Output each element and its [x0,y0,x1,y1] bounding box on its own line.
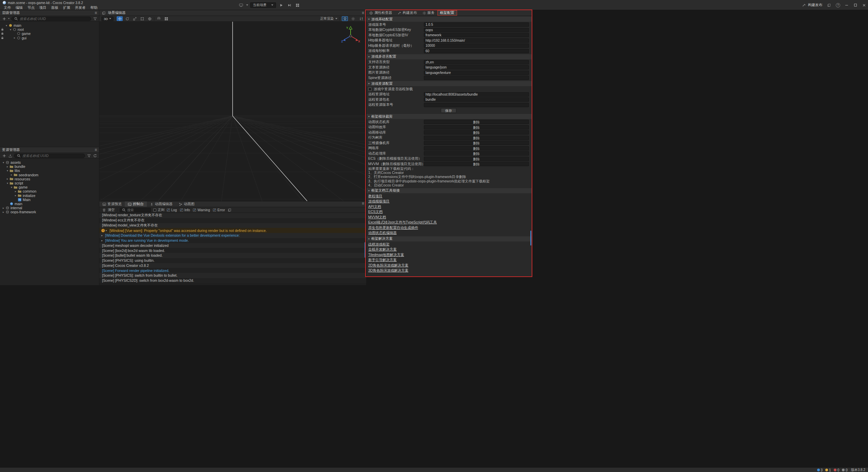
log-row[interactable]: [Window] ecs文件夹不存在 [99,218,366,223]
preview-device-icon[interactable] [238,2,244,8]
menu-item[interactable]: 编辑 [13,5,25,10]
expand-arrow[interactable]: ▸ [2,211,5,214]
property-input[interactable] [424,49,529,53]
filter-info[interactable]: Info [180,208,190,212]
expand-arrow[interactable]: ▾ [9,28,12,31]
asset-node[interactable]: ▸common [0,189,99,193]
rect-tool-button[interactable] [139,16,145,21]
help-icon[interactable]: ? [836,3,840,7]
regex-checkbox[interactable] [153,209,156,212]
filter-warning[interactable]: Warning [193,208,210,212]
expand-arrow[interactable]: ▸ [10,173,13,176]
filter-icon[interactable] [86,153,91,158]
property-input[interactable] [424,65,529,70]
property-input[interactable] [424,92,529,97]
asset-node[interactable]: main [0,202,99,206]
console-scrollbar[interactable] [364,242,366,258]
doc-link[interactable]: Tiledmap地图解决方案 [368,253,404,257]
console-tab[interactable]: 动画编辑器 [147,201,176,207]
log-row[interactable]: [Scene] [PHYSICS]: switch from builtin t… [99,273,366,278]
asset-node[interactable]: ▸seedrandom [0,173,99,177]
log-row[interactable]: [Scene] Cocos Creator v3.8.2 [99,263,366,268]
delete-button[interactable]: 删除 [424,151,529,156]
mode-3d-button[interactable]: 3D [101,17,114,21]
checkbox[interactable] [193,209,196,212]
doc-link[interactable]: 战棋游戏框架 [368,242,390,247]
asset-node[interactable]: ▾game [0,185,99,189]
delete-button[interactable]: 删除 [424,130,529,135]
inspector-tab[interactable]: 服务 [420,10,437,16]
menu-item[interactable]: 开发者 [73,5,88,10]
console-tab[interactable]: 动画图 [176,201,198,207]
asset-node[interactable]: ▸oops-framework [0,210,99,214]
expand-arrow[interactable]: ▸ [106,229,109,232]
panel-menu-icon[interactable] [95,148,97,152]
log-row[interactable]: [Scene] [PHYSICS2D]: switch from box2d-w… [99,278,366,283]
move-tool-button[interactable] [117,16,123,21]
expand-arrow[interactable]: ▸ [6,177,9,180]
console-tab[interactable]: 控制台 [125,201,147,207]
log-row[interactable]: [Scene] [PHYSICS]: using builtin. [99,258,366,263]
expand-arrow[interactable]: ▾ [6,182,9,185]
step-button[interactable] [286,2,292,8]
expand-arrow[interactable]: ▾ [10,186,13,189]
view-options-button[interactable] [358,16,364,21]
assets-search-input[interactable] [22,154,83,158]
hierarchy-node[interactable]: game [0,32,99,36]
delete-button[interactable]: 删除 [424,141,529,145]
inspector-tab[interactable]: 框架配置 [437,10,457,16]
property-input[interactable] [424,22,529,27]
expand-arrow[interactable]: ▾ [2,161,5,164]
checkbox[interactable] [180,209,183,212]
layout-grid-button[interactable] [294,2,300,8]
menu-item[interactable]: 扩展 [61,5,73,10]
doc-link[interactable]: Excel格式转Json文件与TypeScript代码工具 [368,220,437,225]
asset-node[interactable]: ▾libs [0,169,99,173]
property-input[interactable] [424,103,529,107]
log-row[interactable]: ▸[Window] Download the Vue Devtools exte… [99,233,366,238]
menu-item[interactable]: 项目 [37,5,49,10]
render-mode-select[interactable]: 正常渲染 [320,16,337,21]
hierarchy-search[interactable] [11,17,91,21]
section-header[interactable]: ▾框架文档工具链接 [367,188,532,193]
import-asset-button[interactable] [8,153,13,158]
asset-node[interactable]: ▸internal [0,206,99,210]
delete-button[interactable]: 删除 [424,162,529,166]
console-tab[interactable]: 资源预览 [99,201,125,207]
status-badge-warning[interactable]: 1 [825,468,831,472]
regex-toggle[interactable]: 正则 [153,208,164,212]
filter-log[interactable]: Log [167,208,177,212]
add-asset-button[interactable] [2,153,6,158]
doc-link[interactable]: MVVM文档 [368,215,386,220]
menu-item[interactable]: 面板 [49,5,61,10]
scene-gear-button[interactable] [350,16,356,21]
checkbox[interactable] [368,87,372,91]
delete-button[interactable]: 删除 [424,157,529,161]
section-header[interactable]: ▾游戏多语言配置 [367,54,532,59]
log-row[interactable]: [Scene] [box2d]:box2d wasm lib loaded. [99,248,366,253]
export-log-icon[interactable] [227,208,232,212]
console-search-input[interactable] [127,208,149,212]
expand-arrow[interactable]: ▾ [5,24,8,27]
scale-tool-button[interactable] [132,16,138,21]
section-header[interactable]: ▾游戏资源配置 [367,81,532,86]
grid-snap-button[interactable] [163,16,169,21]
hierarchy-node[interactable]: ▾main [0,23,99,27]
menu-item[interactable]: 节点 [25,5,37,10]
doc-link[interactable]: 游戏模板项目 [368,199,390,204]
rotate-tool-button[interactable] [124,16,130,21]
asset-node[interactable]: ▸initialize [0,194,99,198]
asset-node[interactable]: ▾script [0,181,99,185]
log-row[interactable]: [Scene] [bullet]:bullet wasm lib loaded. [99,253,366,258]
doc-link[interactable]: 2D角色扮演游戏解决方案 [368,263,408,268]
layout-windows-icon[interactable] [826,2,832,8]
delete-button[interactable]: 删除 [424,146,529,151]
close-button[interactable] [862,3,867,8]
property-input[interactable] [424,60,529,64]
property-input[interactable] [424,43,529,48]
asset-node[interactable]: ▸bundle [0,164,99,169]
inspector-scrollbar[interactable] [530,231,531,245]
console-search[interactable] [120,208,151,212]
gizmo-center[interactable] [350,35,352,37]
doc-link[interactable]: ECS文档 [368,210,383,214]
